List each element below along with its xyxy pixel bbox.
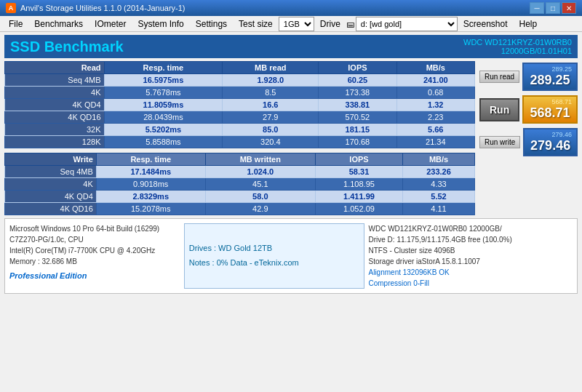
write-score-box: 279.46 279.46: [523, 128, 578, 156]
professional-edition-label: Professional Edition: [9, 271, 87, 280]
resp-time-write-header: Resp. time: [96, 153, 205, 166]
drives-info: Drives : WD Gold 12TB: [189, 241, 359, 256]
read-table: Read Resp. time MB read IOPS MB/s Seq 4M…: [4, 61, 475, 148]
table-row: Seq 4MB 16.5975ms 1.928.0 60.25 241.00: [5, 74, 475, 87]
menu-drive-label: Drive: [314, 17, 346, 31]
menu-system-info[interactable]: System Info: [132, 17, 189, 31]
bench-side-panel: Run read 289.25 289.25 Run 568.71 568.71…: [479, 61, 578, 215]
drive-model-right: WDC WD121KRYZ-01W0RB0 12000GB/: [369, 223, 573, 234]
read-score-area: Run read 289.25 289.25: [479, 63, 578, 91]
bottom-left-panel: Microsoft Windows 10 Pro 64-bit Build (1…: [9, 223, 180, 289]
title-bar-text: Anvil's Storage Utilities 1.1.0 (2014-Ja…: [20, 4, 530, 12]
write-score-small: 279.46: [527, 131, 573, 138]
notes-info: Notes : 0% Data - eTeknix.com: [189, 256, 359, 271]
run-read-button[interactable]: Run read: [479, 71, 519, 83]
run-write-button[interactable]: Run write: [479, 136, 520, 148]
table-row: 4K QD16 28.0439ms 27.9 570.52 2.23: [5, 111, 475, 124]
write-header-row: Write Resp. time MB written IOPS MB/s: [5, 153, 475, 166]
edition-area: Professional Edition: [9, 270, 180, 282]
mb-written-header: MB written: [205, 153, 315, 166]
menu-screenshot[interactable]: Screenshot: [458, 17, 514, 31]
read-score-box: 289.25 289.25: [522, 63, 578, 91]
table-row: 4K 0.9018ms 45.1 1.108.95 4.33: [5, 178, 475, 191]
drive-select[interactable]: d: [wd gold]: [356, 17, 458, 31]
compression-info: Compression 0-Fill: [369, 278, 573, 289]
filesystem-info: NTFS - Cluster size 4096B: [369, 245, 573, 256]
write-score-main: 279.46: [527, 138, 573, 153]
memory-info: Memory : 32.686 MB: [9, 256, 180, 267]
bench-tables: Read Resp. time MB read IOPS MB/s Seq 4M…: [4, 61, 475, 215]
total-score-main: 568.71: [527, 105, 573, 121]
mbs-write-header: MB/s: [403, 153, 475, 166]
table-row: 4K QD4 2.8329ms 58.0 1.411.99 5.52: [5, 191, 475, 203]
table-row: 32K 5.5202ms 85.0 181.15 5.66: [5, 124, 475, 136]
read-header-row: Read Resp. time MB read IOPS MB/s: [5, 62, 475, 74]
read-score-small: 289.25: [527, 65, 573, 73]
cpu-info1: C7Z270-PG/1.0c, CPU: [9, 234, 180, 245]
total-score-area: Run 568.71 568.71: [479, 95, 578, 124]
table-row: 4K 5.7678ms 8.5 173.38 0.68: [5, 87, 475, 99]
mb-read-header: MB read: [223, 62, 319, 74]
menu-benchmarks[interactable]: Benchmarks: [28, 17, 89, 31]
total-score-small: 568.71: [527, 98, 573, 105]
table-row: 4K QD16 15.2078ms 42.9 1.052.09 4.11: [5, 203, 475, 215]
table-row: Seq 4MB 17.1484ms 1.024.0 58.31 233.26: [5, 166, 475, 178]
drive-model-info: WDC WD121KRYZ-01W0RB0 12000GB/01.01H01: [463, 38, 572, 55]
table-row: 4K QD4 11.8059ms 16.6 338.81 1.32: [5, 99, 475, 111]
bottom-right-panel: WDC WD121KRYZ-01W0RB0 12000GB/ Drive D: …: [369, 223, 573, 289]
table-row: 128K 5.8588ms 320.4 170.68 21.34: [5, 136, 475, 148]
drive-model: WDC WD121KRYZ-01W0RB0: [463, 38, 572, 47]
cpu-info2: Intel(R) Core(TM) i7-7700K CPU @ 4.20GHz: [9, 245, 180, 256]
maximize-button[interactable]: □: [546, 2, 560, 14]
alignment-info: Alignment 132096KB OK: [369, 267, 573, 278]
write-score-area: Run write 279.46 279.46: [479, 128, 578, 156]
title-bar: A Anvil's Storage Utilities 1.1.0 (2014-…: [0, 0, 582, 16]
minimize-button[interactable]: ─: [530, 2, 544, 14]
benchmark-area: Read Resp. time MB read IOPS MB/s Seq 4M…: [4, 61, 578, 215]
bottom-info-area: Microsoft Windows 10 Pro 64-bit Build (1…: [4, 218, 578, 294]
menu-help[interactable]: Help: [514, 17, 543, 31]
drive-firmware: 12000GB/01.01H01: [463, 47, 572, 55]
write-label: Write: [5, 153, 97, 166]
app-icon: A: [6, 3, 16, 13]
mbs-header: MB/s: [396, 62, 474, 74]
total-score-box: 568.71 568.71: [522, 95, 578, 124]
iops-write-header: IOPS: [315, 153, 402, 166]
read-label: Read: [5, 62, 105, 74]
ssd-header: SSD Benchmark WDC WD121KRYZ-01W0RB0 1200…: [4, 35, 578, 58]
menu-file[interactable]: File: [3, 17, 28, 31]
menu-settings[interactable]: Settings: [190, 17, 233, 31]
menu-test-size-label: Test size: [233, 17, 279, 31]
menu-iometer[interactable]: IOmeter: [89, 17, 132, 31]
run-button[interactable]: Run: [479, 98, 519, 121]
ssd-title: SSD Benchmark: [10, 39, 124, 55]
write-table: Write Resp. time MB written IOPS MB/s Se…: [4, 153, 475, 215]
resp-time-header: Resp. time: [104, 62, 223, 74]
read-score-main: 289.25: [527, 73, 573, 88]
title-bar-controls: ─ □ ✕: [530, 2, 576, 14]
close-button[interactable]: ✕: [562, 2, 576, 14]
main-content: SSD Benchmark WDC WD121KRYZ-01W0RB0 1200…: [0, 32, 582, 297]
drive-icon: 🖴: [346, 20, 354, 28]
os-info: Microsoft Windows 10 Pro 64-bit Build (1…: [9, 223, 180, 234]
iops-header: IOPS: [319, 62, 396, 74]
test-size-select[interactable]: 1GB: [279, 17, 314, 31]
storage-driver-info: Storage driver iaStorA 15.8.1.1007: [369, 256, 573, 267]
bottom-center-panel: Drives : WD Gold 12TB Notes : 0% Data - …: [184, 223, 364, 289]
drive-space: Drive D: 11.175,9/11.175.4GB free (100.0…: [369, 234, 573, 245]
menu-bar: File Benchmarks IOmeter System Info Sett…: [0, 16, 582, 32]
